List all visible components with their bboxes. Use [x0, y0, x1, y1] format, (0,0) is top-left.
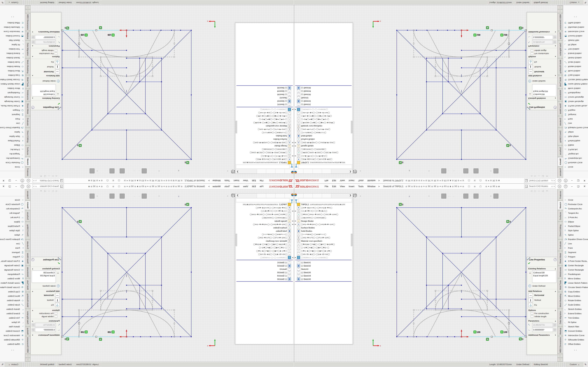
tree-scrollbar[interactable]: [351, 121, 353, 133]
tool-3-point-center-recta[interactable]: ◈3 Point Center Recta...: [563, 259, 588, 263]
pin-icon[interactable]: ➤: [378, 185, 380, 188]
tool-trim-entities[interactable]: ✂Trim Entities: [0, 316, 25, 320]
cube-ghost-icon[interactable]: [509, 194, 513, 198]
tool-mirror-entities[interactable]: ⫴Mirror Entities: [563, 276, 588, 281]
tool-polygon[interactable]: ⬡Polygon: [0, 108, 25, 113]
search-icon[interactable]: ⌕: [551, 179, 553, 182]
tool-line[interactable]: ╱Line: [0, 121, 25, 126]
tree-item[interactable]: ▶⚿◯ɨЗЄИΝΑ∪∘◯∘◯∘∪ΑΝИЗЄɨ◯: [294, 108, 353, 111]
tree-filter-input[interactable]: [236, 165, 290, 169]
tree-item-solid-bodies[interactable]: ▣Solid Bodies: [235, 134, 294, 138]
tab-overflow[interactable]: ⋮: [25, 6, 30, 9]
cube-ghost-icon[interactable]: [75, 169, 79, 173]
tool-fit-spline[interactable]: ◟Fit Spline: [0, 320, 25, 324]
tree-item-solid-bodies[interactable]: ▣Solid Bodies: [294, 134, 353, 138]
collapse-chevron-icon[interactable]: ▲: [32, 290, 34, 292]
eye-pin-icon[interactable]: [484, 194, 488, 198]
tree-item-surface-bodies[interactable]: ◗Surface Bodies: [235, 226, 294, 229]
existing-relations-header[interactable]: Existing Relations ▲: [527, 97, 557, 100]
cube-ghost-icon[interactable]: [509, 169, 513, 173]
tool-centerpoint-arc[interactable]: ↷Centerpoint Arc: [563, 156, 588, 161]
tab-mesh-modeling[interactable]: Mesh Modeling: [25, 292, 30, 309]
save-floppy-icon[interactable]: [432, 169, 436, 173]
doc-restore-button[interactable]: ❏: [44, 190, 46, 192]
expand-arrow-icon[interactable]: ▶: [291, 210, 293, 212]
pin-icon[interactable]: ➤: [208, 185, 210, 188]
add-relation-fix[interactable]: ⚓Fix: [527, 302, 557, 307]
collapse-chevron-icon[interactable]: ▲: [32, 56, 34, 58]
tree-item[interactable]: ★◯ɨЄ✚∘♟◎ΛΑΦ◯∘◯ΦΑΛ◎♟∘✚Єɨ◯: [294, 206, 353, 209]
tab-overflow[interactable]: ⋮: [25, 358, 30, 361]
tool-polygon[interactable]: ⬡Polygon: [563, 108, 588, 113]
tree-item-sketch3[interactable]: ⌜Sketch3: [294, 96, 353, 100]
add-relation-horizontal[interactable]: —Horizontal: [31, 69, 61, 74]
tool-segment[interactable]: ⣿Segment: [0, 250, 25, 254]
view-cube-icon[interactable]: [221, 169, 225, 173]
close-button[interactable]: ✕: [2, 185, 5, 188]
tool-segment[interactable]: ⣿Segment: [563, 250, 588, 254]
tree-item[interactable]: ▱◯∘◎✚◯✳◉[◯∘◯]◉✳◯✚◎∘◯: [294, 118, 353, 121]
hierarchy-tab[interactable]: [303, 193, 313, 198]
wire-box-pressed-icon[interactable]: [493, 194, 498, 199]
tool-intersection-curve[interactable]: ≋Intersection Curve: [563, 333, 588, 337]
hierarchy-tab[interactable]: [303, 169, 313, 174]
tool-move-entities[interactable]: ⇱Move Entities: [563, 294, 588, 298]
angle-spinner[interactable]: ▲▼: [32, 328, 35, 332]
angle-spinner[interactable]: ▲▼: [32, 35, 35, 39]
tree-item[interactable]: ▶◷◯人♟◎✚ɨ∘ℓ◯∘◯ℓ∘ɨ✚◎♟人◯: [235, 209, 294, 213]
length-field[interactable]: 10.88152731: [35, 323, 56, 327]
tree-item[interactable]: ▶A◯ɨИ◎∘✚Α✚◎ИΑ◯∘◯ΑИ◎✚Α✚∘◎Иɨ◯: [294, 141, 353, 144]
dropdown-icon[interactable]: ▾: [358, 194, 363, 198]
option-for-construction[interactable]: For construction: [527, 52, 557, 55]
tree-item-sketch6[interactable]: ▦(-) Sketch6: [235, 86, 294, 90]
doc-close-button[interactable]: ✕: [546, 190, 548, 192]
tab-mold-tools[interactable]: Mold Tools: [25, 278, 30, 292]
tool-spline[interactable]: ∿Spline: [0, 130, 25, 134]
eye-pin-icon[interactable]: [100, 194, 104, 198]
tool-partial-ellipse[interactable]: ◖Partial Ellipse: [0, 139, 25, 143]
tree-item-surface-bodies[interactable]: ◗Surface Bodies: [294, 226, 353, 229]
help-icon[interactable]: ?: [21, 185, 24, 188]
tree-item[interactable]: ▶◷◯人♟◎✚ɨ∘ℓ◯∘◯ℓ∘ɨ✚◎♟人◯: [235, 154, 294, 158]
tree-item-design-binder[interactable]: ▶≡Design Binder: [235, 219, 294, 223]
hierarchy-tab[interactable]: [275, 169, 285, 174]
tool-extend-entities[interactable]: ⊦Extend Entities: [563, 51, 588, 56]
ghost-icon[interactable]: ◌: [451, 169, 456, 173]
tool-equation-driven-curve[interactable]: ƒxEquation Driven Curve: [0, 237, 25, 241]
tree-item-sketch6[interactable]: ▦(-) Sketch6: [294, 277, 353, 281]
cylinder-icon[interactable]: [422, 169, 426, 173]
angle-field[interactable]: 0.00000000°: [35, 328, 56, 332]
ghost-icon[interactable]: ◌: [447, 194, 451, 198]
help-book-icon[interactable]: ✎: [1, 1, 4, 4]
add-relations-header[interactable]: Add Relations ▲: [31, 74, 61, 78]
add-relation-horizontal[interactable]: —Horizontal: [527, 293, 557, 298]
tool-segment[interactable]: ⣿Segment: [563, 113, 588, 117]
tool-3-point-center-recta[interactable]: ◈3 Point Center Recta...: [0, 259, 25, 263]
search-icon[interactable]: ⌕: [35, 185, 37, 188]
relation-equal-length109[interactable]: Equal length109: [533, 90, 555, 93]
option-infinite-length[interactable]: Infinite length: [31, 315, 61, 318]
sphere-shaded-icon[interactable]: [85, 169, 89, 173]
tab-mold-tools[interactable]: Mold Tools: [558, 278, 563, 292]
minimize-button[interactable]: –: [570, 179, 574, 182]
tool-perimeter-circle[interactable]: ◯Perimeter Circle: [563, 161, 588, 165]
eye-axes-pressed-icon[interactable]: [474, 168, 478, 173]
tree-item-design-binder[interactable]: ▶≡Design Binder: [294, 219, 353, 223]
tab-weldments[interactable]: Weldments: [558, 89, 563, 101]
iso-cube-icon[interactable]: [186, 169, 191, 173]
relation-collinear108[interactable]: Collinear108: [33, 271, 55, 274]
iso-cube-icon[interactable]: [191, 169, 196, 173]
view-cube-icon[interactable]: [388, 194, 392, 198]
view-cube-icon[interactable]: [388, 169, 392, 173]
eye-points-pressed-icon[interactable]: [120, 168, 125, 173]
status-custom-dropdown[interactable]: Custom▲: [5, 1, 22, 5]
tab-features[interactable]: Features: [25, 189, 30, 200]
tool-partial-ellipse[interactable]: ◖Partial Ellipse: [563, 224, 588, 228]
tool-perimeter-circle[interactable]: ◯Perimeter Circle: [0, 202, 25, 206]
tool-linear-sketch-pattern[interactable]: ▛Linear Sketch Pattern: [0, 82, 25, 86]
view-cube-icon[interactable]: [221, 194, 225, 198]
tool-3-point-arc[interactable]: ⌓3 Point Arc: [563, 148, 588, 152]
tool-mirror-entities[interactable]: ⫴Mirror Entities: [563, 86, 588, 91]
doc-close-button[interactable]: ✕: [40, 175, 42, 177]
panel-help-icon[interactable]: ?: [554, 258, 557, 261]
